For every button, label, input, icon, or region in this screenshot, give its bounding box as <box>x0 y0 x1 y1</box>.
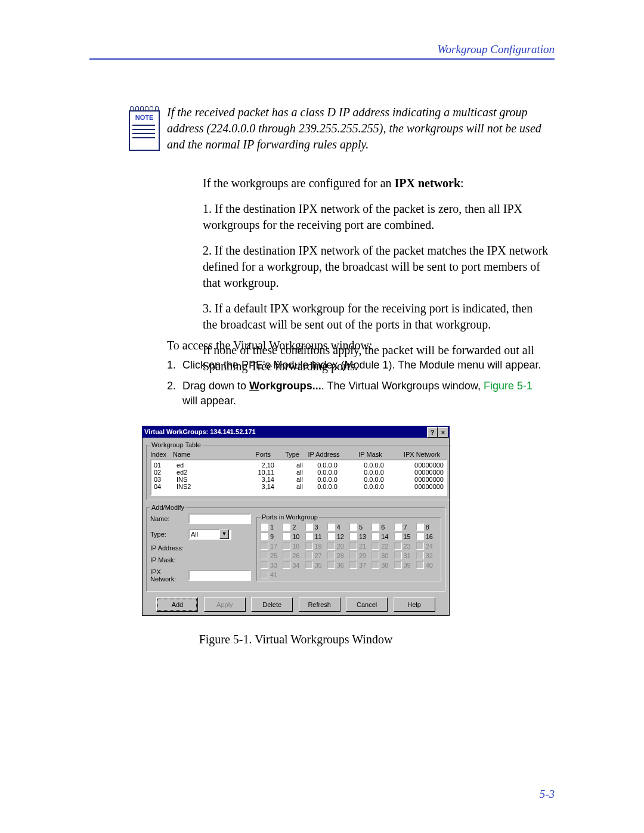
col-mask: IP Mask <box>348 451 392 458</box>
col-type: Type <box>273 451 299 458</box>
step-number: 2. <box>167 379 182 408</box>
port-checkbox-12[interactable]: 12 <box>327 532 348 540</box>
label-name: Name: <box>150 515 188 522</box>
col-ip: IP Address <box>302 451 346 458</box>
port-checkbox-25: 25 <box>261 552 281 559</box>
port-checkbox-11[interactable]: 11 <box>305 532 326 540</box>
step-text: Click on the PPE's Module Index (Module … <box>182 358 543 373</box>
port-checkbox-40: 40 <box>416 561 437 569</box>
label-ip: IP Address: <box>150 544 188 552</box>
dialog-title: Virtual WorkGroups: 134.141.52.171 <box>144 428 256 435</box>
access-lead-block: To access the Virtual Workgroups window: <box>167 337 549 360</box>
port-checkbox-17: 17 <box>261 542 281 550</box>
table-listbox[interactable]: 01ed2,10all0.0.0.00.0.0.00000000002ed210… <box>150 459 447 496</box>
col-ipx: IPX Network <box>395 451 440 458</box>
port-checkbox-6[interactable]: 6 <box>371 523 392 531</box>
port-checkbox-28: 28 <box>327 552 348 559</box>
port-checkbox-22: 22 <box>371 542 392 550</box>
figure-caption: Figure 5-1. Virtual Workgroups Window <box>142 633 450 646</box>
port-checkbox-24: 24 <box>416 542 437 550</box>
port-checkbox-26: 26 <box>283 552 304 559</box>
port-checkbox-23: 23 <box>394 542 415 550</box>
figure-link[interactable]: Figure 5-1 <box>484 380 532 392</box>
workgroup-table-group: Workgroup Table Index Name Ports Type IP… <box>146 441 451 500</box>
intro-suffix: : <box>460 176 464 190</box>
port-checkbox-21: 21 <box>349 542 370 550</box>
table-header: Index Name Ports Type IP Address IP Mask… <box>150 451 447 458</box>
ipx-field[interactable] <box>188 570 251 581</box>
table-row[interactable]: 03INS3,14all0.0.0.00.0.0.000000000 <box>154 476 444 483</box>
port-checkbox-8[interactable]: 8 <box>416 523 437 531</box>
workgroup-table-legend: Workgroup Table <box>150 441 202 448</box>
port-checkbox-3[interactable]: 3 <box>305 523 326 531</box>
port-checkbox-39: 39 <box>394 561 415 569</box>
port-checkbox-38: 38 <box>371 561 392 569</box>
add-modify-legend: Add/Modify <box>150 504 185 511</box>
step2-suffix: will appear. <box>182 395 236 407</box>
step2-mid: . The Virtual Workgroups window, <box>321 380 484 392</box>
port-checkbox-7[interactable]: 7 <box>394 523 415 531</box>
note-block: NOTE If the received packet has a class … <box>125 104 549 153</box>
port-checkbox-16[interactable]: 16 <box>416 532 437 540</box>
port-checkbox-35: 35 <box>305 561 326 569</box>
port-checkbox-36: 36 <box>327 561 348 569</box>
table-row[interactable]: 04INS23,14all0.0.0.00.0.0.000000000 <box>154 483 444 490</box>
port-checkbox-13[interactable]: 13 <box>349 532 370 540</box>
note-text: If the received packet has a class D IP … <box>167 104 549 153</box>
port-checkbox-34: 34 <box>283 561 304 569</box>
col-name: Name <box>173 451 233 458</box>
port-checkbox-10[interactable]: 10 <box>283 532 304 540</box>
step2-menu-rest: orkgroups... <box>259 380 321 392</box>
port-checkbox-32: 32 <box>416 552 437 559</box>
port-checkbox-29: 29 <box>349 552 370 559</box>
dialog-titlebar[interactable]: Virtual WorkGroups: 134.141.52.171 ? × <box>142 426 450 438</box>
section-header: Workgroup Configuration <box>437 43 555 56</box>
step-text: Drag down to Workgroups.... The Virtual … <box>182 379 543 408</box>
port-checkbox-15[interactable]: 15 <box>394 532 415 540</box>
refresh-button[interactable]: Refresh <box>299 597 340 612</box>
port-checkbox-41: 41 <box>261 571 281 578</box>
ports-group: Ports in Workgroup 123456789101112131415… <box>256 513 441 581</box>
access-lead: To access the Virtual Workgroups window: <box>167 337 549 354</box>
port-checkbox-1[interactable]: 1 <box>261 523 281 531</box>
port-checkbox-5[interactable]: 5 <box>349 523 370 531</box>
header-rule <box>89 58 555 60</box>
port-checkbox-14[interactable]: 14 <box>371 532 392 540</box>
delete-button[interactable]: Delete <box>251 597 293 612</box>
chevron-down-icon[interactable]: ▼ <box>219 529 229 539</box>
close-icon[interactable]: × <box>438 427 448 438</box>
virtual-workgroups-dialog: Virtual WorkGroups: 134.141.52.171 ? × W… <box>142 426 450 646</box>
port-checkbox-27: 27 <box>305 552 326 559</box>
table-row[interactable]: 01ed2,10all0.0.0.00.0.0.000000000 <box>154 462 444 469</box>
port-checkbox-18: 18 <box>283 542 304 550</box>
col-index: Index <box>150 451 171 458</box>
intro-bold: IPX network <box>395 176 461 190</box>
step-number: 1. <box>167 358 182 373</box>
add-modify-group: Add/Modify Name: Type: All ▼ <box>146 504 445 592</box>
type-value: All <box>191 531 198 538</box>
port-checkbox-9[interactable]: 9 <box>261 532 281 540</box>
name-field[interactable] <box>188 513 251 524</box>
steps-list: 1. Click on the PPE's Module Index (Modu… <box>167 358 543 415</box>
intro-prefix: If the workgroups are configured for an <box>203 176 395 190</box>
port-checkbox-4[interactable]: 4 <box>327 523 348 531</box>
port-checkbox-2[interactable]: 2 <box>283 523 304 531</box>
step2-prefix: Drag down to <box>182 380 249 392</box>
add-button[interactable]: Add <box>156 597 198 612</box>
label-type: Type: <box>150 531 188 538</box>
body-p1: 1. If the destination IPX network of the… <box>203 201 549 233</box>
port-checkbox-33: 33 <box>261 561 281 569</box>
cancel-button[interactable]: Cancel <box>346 597 388 612</box>
port-checkbox-19: 19 <box>305 542 326 550</box>
port-checkbox-20: 20 <box>327 542 348 550</box>
label-mask: IP Mask: <box>150 556 188 563</box>
ports-legend: Ports in Workgroup <box>261 513 319 521</box>
help-button[interactable]: Help <box>394 597 435 612</box>
apply-button[interactable]: Apply <box>204 597 246 612</box>
port-checkbox-31: 31 <box>394 552 415 559</box>
table-row[interactable]: 02ed210,11all0.0.0.00.0.0.000000000 <box>154 469 444 476</box>
help-icon[interactable]: ? <box>427 427 438 438</box>
body-p2: 2. If the destination IPX network of the… <box>203 243 549 291</box>
label-ipx: IPX Network: <box>150 568 188 583</box>
type-combobox[interactable]: All ▼ <box>188 529 231 540</box>
